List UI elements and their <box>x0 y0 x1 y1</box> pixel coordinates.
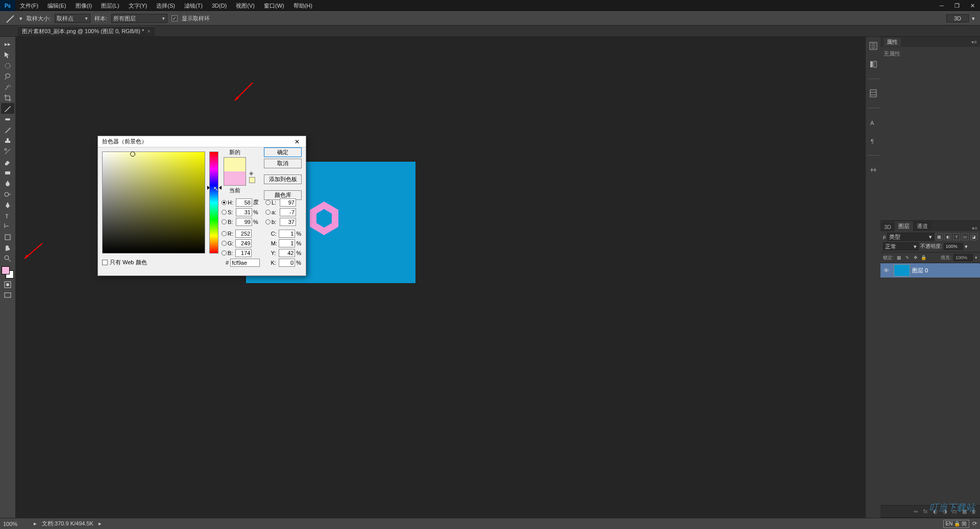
hex-input[interactable] <box>230 259 260 267</box>
menu-view[interactable]: 视图(V) <box>231 2 259 10</box>
a-input[interactable] <box>280 208 296 216</box>
new-layer-icon[interactable]: ▦ <box>961 509 968 514</box>
brush-tool[interactable] <box>1 124 14 135</box>
tab-channels[interactable]: 通道 <box>913 221 932 231</box>
eyedropper-tool-icon[interactable] <box>5 13 15 23</box>
h-input[interactable] <box>236 198 252 207</box>
3d-mode-button[interactable]: 3D <box>946 14 969 22</box>
hue-slider[interactable] <box>209 152 218 254</box>
path-tool[interactable] <box>1 221 14 232</box>
menu-image[interactable]: 图像(I) <box>71 2 96 10</box>
foreground-color-swatch[interactable] <box>2 266 10 274</box>
layer-name[interactable]: 图层 0 <box>912 267 980 274</box>
s-radio[interactable] <box>222 210 227 215</box>
sample-select[interactable]: 所有图层▼ <box>111 14 167 23</box>
cancel-button[interactable]: 取消 <box>264 159 302 168</box>
fg-bg-swatch[interactable] <box>1 266 14 279</box>
s-input[interactable] <box>236 208 252 216</box>
tab-close-icon[interactable]: × <box>147 28 150 34</box>
layer-filter-select[interactable]: 类型▾ <box>887 233 934 241</box>
new-color-swatch[interactable] <box>224 158 246 171</box>
layer-mask-icon[interactable]: ◐ <box>932 509 939 514</box>
b-input[interactable] <box>235 249 252 257</box>
filter-shape-icon[interactable]: ▭ <box>962 233 969 240</box>
tab-3d[interactable]: 3D <box>880 223 895 231</box>
document-tab[interactable]: 图片素材03_副本.png @ 100% (图层 0, RGB/8) * × <box>18 26 155 36</box>
paragraph-panel-icon[interactable]: ¶ <box>867 135 879 147</box>
r-radio[interactable] <box>222 231 227 236</box>
pen-tool[interactable] <box>1 199 14 210</box>
menu-help[interactable]: 帮助(H) <box>289 2 317 10</box>
wand-tool[interactable] <box>1 82 14 92</box>
lasso-tool[interactable] <box>1 71 14 82</box>
minimize-button[interactable]: ─ <box>934 0 949 11</box>
opacity-input[interactable]: 100% <box>944 243 963 250</box>
menu-filter[interactable]: 滤镜(T) <box>180 2 207 10</box>
color-warning-swatch[interactable] <box>249 177 255 183</box>
history-brush-tool[interactable] <box>1 146 14 157</box>
color-panel-icon[interactable] <box>867 58 879 70</box>
eraser-tool[interactable] <box>1 157 14 167</box>
web-only-checkbox[interactable] <box>102 260 108 265</box>
blab-radio[interactable] <box>265 219 271 224</box>
close-button[interactable]: ✕ <box>965 0 980 11</box>
properties-tab[interactable]: 属性 <box>884 38 901 46</box>
dodge-tool[interactable] <box>1 189 14 199</box>
m-input[interactable] <box>279 239 295 247</box>
add-swatch-button[interactable]: 添加到色板 <box>264 174 302 184</box>
layer-item[interactable]: 👁 图层 0 <box>880 263 980 278</box>
lock-image-icon[interactable]: ✎ <box>904 254 911 261</box>
h-radio[interactable] <box>222 200 227 205</box>
hand-tool[interactable] <box>1 242 14 253</box>
marquee-tool[interactable] <box>1 60 14 71</box>
adjustment-layer-icon[interactable]: ◑ <box>941 509 948 514</box>
show-ring-checkbox[interactable]: ✓ <box>172 15 178 21</box>
type-tool[interactable]: T <box>1 210 14 221</box>
lock-all-icon[interactable]: 🔒 <box>920 254 927 261</box>
panel-menu-icon[interactable]: ▾≡ <box>971 39 977 45</box>
ime-indicator[interactable]: EN 🔒 简 <box>943 520 969 528</box>
tab-layers[interactable]: 图层 <box>895 221 913 231</box>
b-radio[interactable] <box>222 250 227 256</box>
filter-pixel-icon[interactable]: ▦ <box>936 233 943 240</box>
color-field[interactable] <box>102 152 205 254</box>
k-input[interactable] <box>279 259 295 267</box>
cube-icon[interactable]: ◈ <box>249 170 253 177</box>
screenmode-tool[interactable] <box>1 290 14 300</box>
filter-adjust-icon[interactable]: ◐ <box>944 233 951 240</box>
l-radio[interactable] <box>265 200 271 205</box>
sample-size-select[interactable]: 取样点▼ <box>55 14 90 23</box>
layer-thumbnail[interactable] <box>894 264 910 276</box>
fill-input[interactable]: 100% <box>953 254 973 261</box>
visibility-icon[interactable]: 👁 <box>880 267 892 273</box>
eyedropper-tool[interactable] <box>1 103 14 114</box>
menu-file[interactable]: 文件(F) <box>15 2 43 10</box>
menu-3d[interactable]: 3D(D) <box>207 3 231 9</box>
stamp-tool[interactable] <box>1 135 14 146</box>
menu-select[interactable]: 选择(S) <box>152 2 180 10</box>
expand-icon[interactable]: ▸▸ <box>1 39 14 49</box>
canvas-area[interactable]: 拾色器（前景色） ✕ ↖ 新的 当前 <box>15 37 865 518</box>
a-radio[interactable] <box>265 210 271 215</box>
menu-layer[interactable]: 图层(L) <box>96 2 124 10</box>
blend-mode-select[interactable]: 正常▾ <box>883 242 919 250</box>
menu-window[interactable]: 窗口(W) <box>259 2 289 10</box>
lock-position-icon[interactable]: ✥ <box>912 254 919 261</box>
doc-info-dropdown-icon[interactable]: ▸ <box>99 520 102 527</box>
swatches-panel-icon[interactable] <box>867 87 879 99</box>
y-input[interactable] <box>279 249 295 257</box>
group-icon[interactable]: 🗀 <box>951 509 958 514</box>
character-panel-icon[interactable]: A <box>867 116 879 129</box>
sync-icon[interactable]: ⟳ <box>972 520 977 527</box>
current-color-swatch[interactable] <box>224 171 246 185</box>
crop-tool[interactable] <box>1 92 14 103</box>
l-input[interactable] <box>280 198 296 207</box>
blab-input[interactable] <box>280 218 296 226</box>
lock-transparent-icon[interactable]: ▦ <box>896 254 903 261</box>
zoom-dropdown-icon[interactable]: ▸ <box>34 520 37 527</box>
delete-layer-icon[interactable]: 🗑 <box>970 509 977 514</box>
color-picker-titlebar[interactable]: 拾色器（前景色） ✕ <box>98 136 306 147</box>
blur-tool[interactable] <box>1 178 14 189</box>
link-layers-icon[interactable]: ⇔ <box>912 509 919 514</box>
bv-input[interactable] <box>236 218 252 226</box>
